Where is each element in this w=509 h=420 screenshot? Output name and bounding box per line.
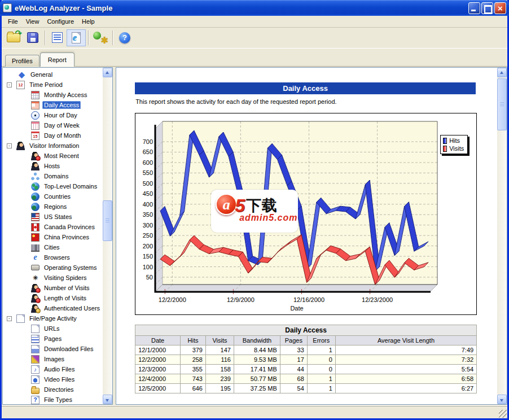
sidebar-item-label: File Types [42,396,74,404]
hosts-icon [31,162,40,170]
table-title: Daily Access [135,325,477,336]
sidebar-item-regions[interactable]: Regions [3,202,103,212]
pages-icon [31,335,40,343]
sidebar-item-label: File/Page Activity [28,314,78,322]
sidebar-item-file-types[interactable]: ?File Types [3,395,103,404]
sidebar-item-operating-systems[interactable]: Operating Systems [3,262,103,273]
table-cell: 12/3/2000 [135,365,181,374]
sidebar-item-authenticated-users[interactable]: Authenticated Users [3,303,103,313]
authenticated-users-icon [31,304,40,313]
sidebar-item-label: Hosts [42,162,62,170]
report-scrollbar[interactable] [497,68,507,404]
sidebar-item-day-of-month[interactable]: 15Day of Month [3,130,103,141]
app-window: eWebLog Analyzer - Sample × FileViewConf… [0,0,509,420]
sidebar-item-label: Most Recent [42,152,81,160]
sidebar-item-label: Day of Month [42,132,82,139]
tree-scrollbar-thumb[interactable] [103,200,112,241]
sidebar-item-browsers[interactable]: eBrowsers [3,252,103,262]
svg-text:600: 600 [143,159,153,166]
scroll-down-icon[interactable] [497,395,507,404]
tree-expander-icon[interactable]: - [7,316,12,321]
sidebar-item-length-of-visits[interactable]: Length of Visits [3,293,103,303]
sidebar-item-urls[interactable]: URLs [3,323,103,334]
sidebar-item-directories[interactable]: Directories [3,384,103,395]
save-icon [27,32,38,43]
menu-item-file[interactable]: File [4,17,22,26]
domains-icon [31,172,40,181]
save-button[interactable] [23,29,42,46]
cities-icon [31,244,40,252]
sidebar-item-downloaded-files[interactable]: Downloaded Files [3,344,103,354]
table-cell: 239 [205,374,234,384]
tree-expander-icon[interactable]: - [7,82,12,88]
sidebar-item-visitor-information[interactable]: -Visitor Information [3,141,103,151]
sidebar-item-cities[interactable]: Cities [3,242,103,252]
sidebar-item-hour-of-day[interactable]: Hour of Day [3,110,103,120]
countries-icon [31,193,40,201]
menu-item-help[interactable]: Help [78,17,99,26]
table-cell: 6:27 [335,384,476,393]
maximize-button[interactable] [481,2,493,14]
sidebar-item-day-of-week[interactable]: Day of Week [3,120,103,130]
sidebar-item-label: Cities [42,243,62,251]
configure-button[interactable] [91,29,110,46]
table-cell: 54 [280,384,307,393]
scroll-up-icon[interactable] [497,68,507,77]
svg-text:500: 500 [143,180,153,187]
column-header-bandwidth: Bandwidth [234,336,280,345]
report-scrollbar-thumb[interactable] [497,78,507,130]
menu-item-configure[interactable]: Configure [43,17,78,26]
tree-expander-icon[interactable]: - [7,143,12,148]
report-list-button[interactable] [47,29,67,46]
sidebar-item-top-level-domains[interactable]: Top-Level Domains [3,181,103,191]
svg-text:250: 250 [143,232,153,239]
title-bar[interactable]: eWebLog Analyzer - Sample × [0,0,509,16]
sidebar-item-monthly-access[interactable]: Monthly Access [3,90,103,100]
table-row: 12/1/20003791478.44 MB3317:49 [135,345,477,355]
tab-strip: ProfilesReport [2,49,507,67]
sidebar-item-china-provinces[interactable]: China Provinces [3,232,103,242]
sidebar-item-daily-access[interactable]: Daily Access [3,100,103,110]
table-cell: 0 [307,365,335,374]
sidebar-item-label: URLs [42,325,62,333]
help-button[interactable]: ? [115,29,134,46]
sidebar-item-domains[interactable]: Domains [3,171,103,181]
legend-item-visits: Visits [443,145,464,152]
browser-preview-button[interactable] [67,29,86,46]
table-cell: 33 [280,345,307,355]
menu-item-view[interactable]: View [22,17,43,26]
tab-profiles[interactable]: Profiles [5,55,40,67]
minimize-button[interactable] [468,2,480,14]
sidebar-item-audio-files[interactable]: ♪Audio Files [3,364,103,374]
sidebar-item-most-recent[interactable]: Most Recent [3,151,103,161]
scroll-down-icon[interactable] [103,395,112,404]
scroll-up-icon[interactable] [103,68,112,77]
tab-report[interactable]: Report [40,53,74,67]
sidebar-item-hosts[interactable]: Hosts [3,161,103,171]
tree-scrollbar[interactable] [103,68,112,404]
sidebar-item-video-files[interactable]: Video Files [3,374,103,384]
sidebar-item-time-period[interactable]: -12Time Period [3,80,103,90]
day-of-week-icon [31,121,40,130]
daily-access-table: Daily AccessDateHitsVisitsBandwidthPages… [135,325,477,393]
sidebar-item-images[interactable]: ◆Images [3,354,103,364]
table-cell: 147 [205,345,234,355]
sidebar-item-visiting-spiders[interactable]: ✳Visiting Spiders [3,273,103,283]
sidebar-item-pages[interactable]: Pages [3,334,103,344]
toolbar-separator [112,30,113,45]
table-cell: 5:54 [335,365,476,374]
sidebar-item-canada-provinces[interactable]: Canada Provinces [3,222,103,232]
sidebar-item-file-page-activity[interactable]: -File/Page Activity [3,313,103,323]
sidebar-item-label: Monthly Access [42,91,89,99]
chart-legend: HitsVisits [440,135,468,154]
table-cell: 743 [181,374,206,384]
open-folder-button[interactable] [4,29,23,46]
resize-grip[interactable] [499,410,507,418]
sidebar-item-number-of-visits[interactable]: Number of Visits [3,283,103,293]
sidebar-item-countries[interactable]: Countries [3,191,103,202]
table-row: 12/5/200064619537.25 MB5416:27 [135,384,477,393]
close-button[interactable]: × [494,2,506,14]
sidebar-item-general[interactable]: ◆General [3,69,103,80]
sidebar-item-us-states[interactable]: US States [3,212,103,222]
table-row: 12/4/200074323950.77 MB6816:58 [135,374,477,384]
